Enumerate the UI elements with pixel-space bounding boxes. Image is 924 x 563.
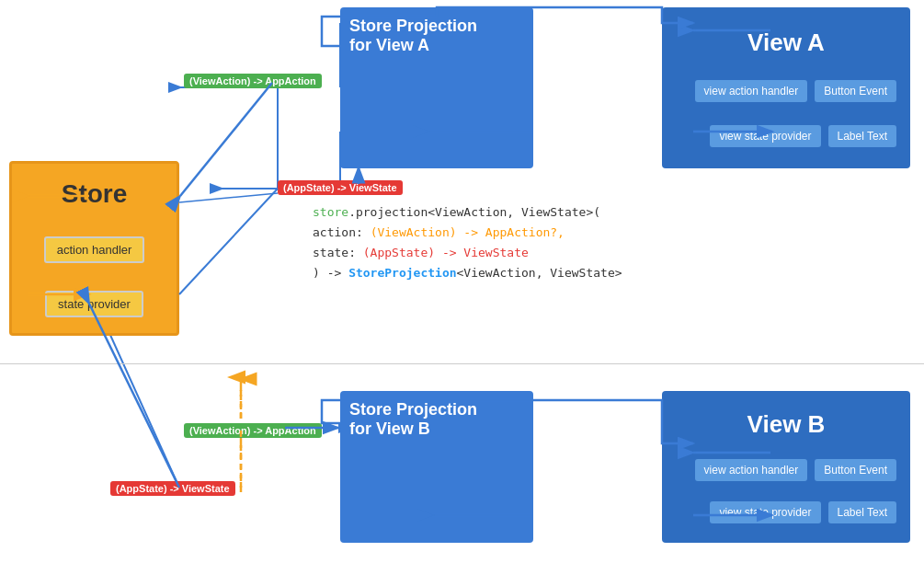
view-a-state-provider: view state provider <box>710 125 820 147</box>
code-line4: ) -> StoreProjection<ViewAction, ViewSta… <box>313 263 622 283</box>
view-a-action-handler: view action handler <box>695 80 808 102</box>
diagram: Store action handler state provider Stor… <box>0 0 924 563</box>
code-line2: action: (ViewAction) -> AppAction?, <box>313 223 622 243</box>
code-line1: store.projection<ViewAction, ViewState>( <box>313 202 622 223</box>
action-handler-box: action handler <box>44 236 145 263</box>
label-viewaction-appaction-bottom: (ViewAction) -> AppAction <box>184 423 322 438</box>
view-b-button-event: Button Event <box>815 459 896 481</box>
svg-line-22 <box>180 83 272 196</box>
code-block: store.projection<ViewAction, ViewState>(… <box>313 202 622 283</box>
view-b-label-text: Label Text <box>828 501 897 523</box>
view-b-title: View B <box>747 410 826 439</box>
view-a-label-text: Label Text <box>828 125 897 147</box>
view-a-title: View A <box>747 29 825 57</box>
view-b-box: View B view action handler Button Event … <box>662 391 910 543</box>
view-a-box: View A view action handler Button Event … <box>662 7 910 168</box>
label-viewaction-appaction-top: (ViewAction) -> AppAction <box>184 74 322 88</box>
state-provider-box: state provider <box>45 291 143 317</box>
store-projection-b: Store Projection for View B <box>340 391 533 543</box>
label-appstate-viewstate-top: (AppState) -> ViewState <box>278 180 403 195</box>
divider <box>0 363 924 364</box>
store-box: Store action handler state provider <box>9 161 179 336</box>
store-projection-b-title: Store Projection for View B <box>349 400 524 439</box>
label-appstate-viewstate-bottom: (AppState) -> ViewState <box>110 481 235 496</box>
view-a-button-event: Button Event <box>815 80 896 102</box>
store-projection-a: Store Projection for View A <box>340 7 533 168</box>
view-b-state-provider: view state provider <box>710 501 820 523</box>
svg-line-11 <box>179 193 278 202</box>
view-b-action-handler: view action handler <box>695 459 808 481</box>
code-line3: state: (AppState) -> ViewState <box>313 243 622 263</box>
store-title: Store <box>62 179 128 209</box>
svg-line-26 <box>179 189 278 294</box>
store-projection-a-title: Store Projection for View A <box>349 17 524 55</box>
